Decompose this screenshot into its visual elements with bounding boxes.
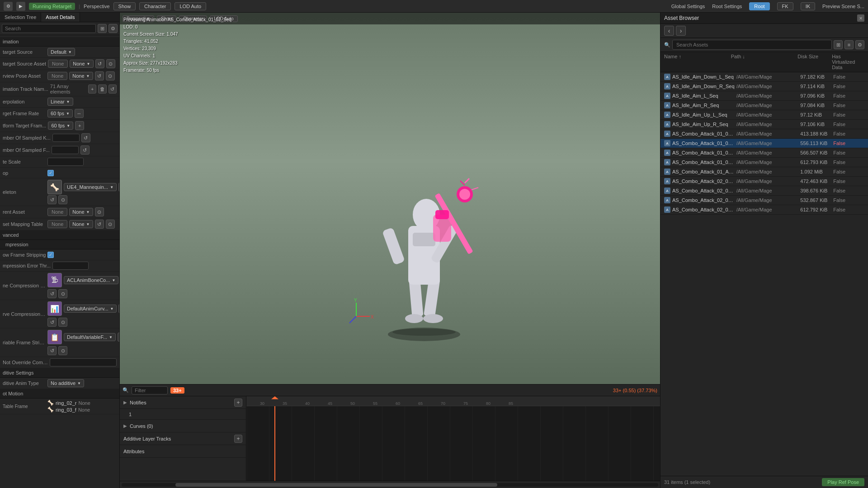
- riable-frame-dropdown[interactable]: DefaultVariableF... ▼: [64, 333, 116, 341]
- rve-compression-reset[interactable]: ↺: [118, 304, 119, 313]
- ne-compression-refresh[interactable]: ↺: [47, 289, 57, 298]
- asset-row[interactable]: A AS_Combo_Attack_01_01_Seq /All/Game/Ma…: [660, 129, 868, 139]
- timeline-scrollbar[interactable]: [120, 481, 660, 488]
- skeleton-dropdown[interactable]: UE4_Mannequin... ▼: [64, 183, 117, 191]
- rent-asset-dropdown[interactable]: None▼: [69, 208, 93, 216]
- ditive-settings-section[interactable]: ditive Settings: [0, 368, 119, 378]
- lod-btn[interactable]: LOD Auto: [175, 2, 206, 10]
- col-size-header[interactable]: Disk Size: [797, 54, 830, 70]
- asset-search-input[interactable]: [672, 40, 832, 50]
- not-override-input[interactable]: [50, 358, 117, 366]
- asset-row[interactable]: A AS_Combo_Attack_02_03_Seq /All/Game/Ma…: [660, 196, 868, 205]
- asset-row[interactable]: A AS_Combo_Attack_01_03_Seq /All/Game/Ma…: [660, 148, 868, 158]
- imation-section-header[interactable]: imation: [0, 37, 119, 47]
- imation-track-delete[interactable]: 🗑: [98, 84, 106, 94]
- ne-compression-browse[interactable]: ⊙: [58, 289, 67, 298]
- asset-row[interactable]: A AS_Idle_Aim_Up_R_Seq /All/Game/Mage 97…: [660, 120, 868, 129]
- character-btn[interactable]: Character: [139, 2, 171, 10]
- rent-asset-browse[interactable]: ⊙: [95, 207, 104, 216]
- target-source-dropdown[interactable]: Default ▼: [47, 48, 75, 56]
- asset-row[interactable]: A AS_Combo_Attack_02_04_Seq /All/Game/Ma…: [660, 205, 868, 215]
- asset-browser-close[interactable]: ✕: [857, 14, 864, 22]
- frame-rate-dropdown[interactable]: 60 fps ▼: [47, 109, 73, 117]
- asset-row[interactable]: A AS_Idle_Aim_L_Seq /All/Game/Mage 97.09…: [660, 91, 868, 101]
- show-btn[interactable]: Show: [113, 2, 136, 10]
- ot-motion-section[interactable]: ot Motion: [0, 389, 119, 399]
- search-grid-icon[interactable]: ⊞: [98, 24, 107, 33]
- asset-row[interactable]: A AS_Combo_Attack_02_01_Seq /All/Game/Ma…: [660, 177, 868, 186]
- timeline-scroll-track[interactable]: [122, 483, 658, 487]
- sampled-f-reset[interactable]: ↺: [80, 145, 90, 155]
- riable-frame-browse[interactable]: ⊙: [58, 346, 67, 355]
- review-pose-dropdown[interactable]: None▼: [69, 72, 93, 80]
- vanced-section[interactable]: vanced: [0, 230, 119, 240]
- asset-row[interactable]: A AS_Combo_Attack_01_All_Seq /All/Game/M…: [660, 167, 868, 177]
- asset-row[interactable]: A AS_Combo_Attack_01_04_Seq /All/Game/Ma…: [660, 158, 868, 167]
- col-path-header[interactable]: Path: [731, 54, 796, 70]
- preview-scene-label[interactable]: Preview Scene S...: [822, 4, 864, 9]
- rve-compression-browse[interactable]: ⊙: [58, 318, 67, 327]
- asset-row[interactable]: A AS_Idle_Aim_Down_L_Seq /All/Game/Mage …: [660, 72, 868, 82]
- te-scale-input[interactable]: 1.0: [47, 158, 84, 166]
- timeline-grid[interactable]: [246, 406, 660, 481]
- notifies-add-btn[interactable]: +: [234, 399, 242, 407]
- root-btn[interactable]: Root: [749, 2, 769, 10]
- target-source-asset-dropdown[interactable]: None▼: [70, 60, 93, 68]
- additive-layer-add-btn[interactable]: +: [234, 435, 242, 443]
- sampled-k-reset[interactable]: ↺: [81, 133, 90, 142]
- left-search-input[interactable]: [2, 24, 96, 33]
- skeleton-reset[interactable]: ↺: [118, 183, 119, 192]
- asset-row[interactable]: A AS_Idle_Aim_Down_R_Seq /All/Game/Mage …: [660, 82, 868, 91]
- view-toggle-icon[interactable]: ⊞: [834, 40, 843, 49]
- fk-btn[interactable]: FK: [777, 2, 793, 10]
- nav-back-btn[interactable]: ‹: [664, 26, 674, 36]
- curves-arrow[interactable]: ▶: [123, 423, 127, 428]
- mpression-section[interactable]: mpression: [0, 240, 119, 249]
- target-source-asset-refresh[interactable]: ↺: [95, 59, 104, 68]
- filter-icon[interactable]: ≡: [844, 40, 854, 49]
- filter-input[interactable]: [132, 386, 168, 394]
- set-mapping-browse[interactable]: ⊙: [106, 220, 115, 229]
- mpression-error-input[interactable]: 1.0: [52, 262, 89, 270]
- riable-frame-reset[interactable]: ↺: [118, 333, 119, 342]
- settings-icon[interactable]: ⚙: [855, 40, 864, 49]
- global-settings-label[interactable]: Global Settings: [671, 4, 705, 9]
- track-additive-layer[interactable]: Additive Layer Tracks +: [120, 432, 246, 445]
- imation-track-add[interactable]: +: [88, 84, 96, 94]
- target-source-asset-browse[interactable]: ⊙: [106, 59, 115, 68]
- set-mapping-dropdown[interactable]: None▼: [69, 220, 93, 228]
- asset-row[interactable]: A AS_Idle_Aim_Up_L_Seq /All/Game/Mage 97…: [660, 110, 868, 120]
- col-virtual-header[interactable]: Has Virtualized Data: [832, 54, 864, 70]
- ow-frame-checkbox[interactable]: ✓: [47, 252, 54, 258]
- root-settings-label[interactable]: Root Settings: [712, 4, 742, 9]
- asset-row[interactable]: A AS_Idle_Aim_R_Seq /All/Game/Mage 97.08…: [660, 101, 868, 110]
- tform-dropdown[interactable]: 60 fps▼: [48, 122, 73, 130]
- review-pose-refresh[interactable]: ↺: [95, 71, 104, 80]
- asset-row[interactable]: A AS_Combo_Attack_02_02_Seq /All/Game/Ma…: [660, 186, 868, 196]
- rve-compression-refresh[interactable]: ↺: [47, 318, 57, 327]
- notifies-arrow[interactable]: ▶: [123, 400, 127, 405]
- ditive-anim-dropdown[interactable]: No additive ▼: [47, 379, 84, 387]
- riable-frame-refresh[interactable]: ↺: [47, 346, 57, 355]
- sampled-f-input[interactable]: 88: [52, 146, 79, 154]
- tab-asset-details[interactable]: Asset Details: [41, 13, 80, 22]
- review-pose-browse[interactable]: ⊙: [106, 71, 115, 80]
- viewport[interactable]: Perspective Show Character LOD Auto Prev…: [120, 13, 660, 384]
- set-mapping-refresh[interactable]: ↺: [95, 220, 104, 229]
- play-ref-pose-btn[interactable]: Play Ref Pose: [822, 478, 864, 486]
- nav-forward-btn[interactable]: ›: [676, 26, 686, 36]
- frame-rate-icon[interactable]: ↔: [75, 109, 84, 118]
- col-name-header[interactable]: Name: [664, 54, 729, 70]
- ik-btn[interactable]: IK: [801, 2, 815, 10]
- asset-row[interactable]: A AS_Combo_Attack_01_02_Seq /All/Game/Ma…: [660, 139, 868, 148]
- ne-compression-dropdown[interactable]: ACLAnimBoneCo... ▼: [64, 276, 118, 284]
- imation-track-reset[interactable]: ↺: [108, 84, 117, 94]
- timeline-scroll-thumb[interactable]: [175, 483, 497, 487]
- track-notifies[interactable]: ▶ Notifies +: [120, 396, 246, 409]
- track-curves[interactable]: ▶ Curves (0): [120, 420, 246, 432]
- tab-selection-tree[interactable]: Selection Tree: [0, 13, 41, 22]
- tform-add[interactable]: +: [75, 121, 84, 130]
- skeleton-refresh[interactable]: ↺: [47, 195, 57, 204]
- op-checkbox[interactable]: ✓: [47, 170, 54, 176]
- track-attributes[interactable]: Attributes: [120, 445, 246, 458]
